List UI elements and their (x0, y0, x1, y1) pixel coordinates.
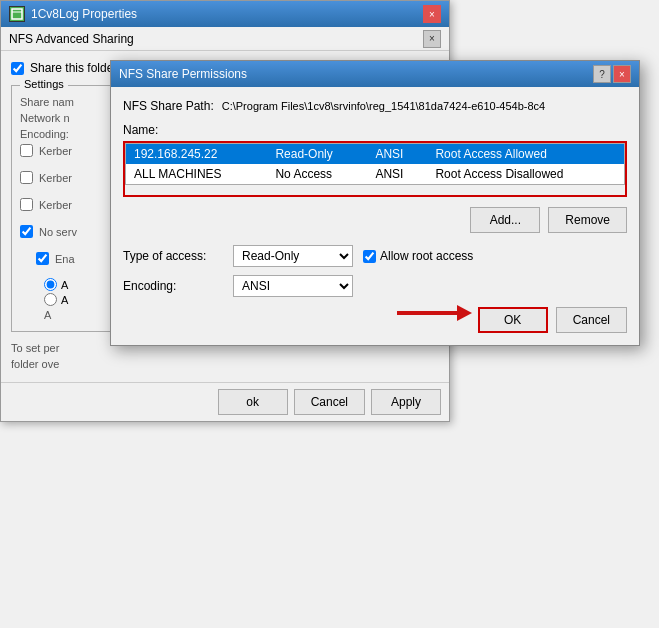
ok-button[interactable]: OK (478, 307, 548, 333)
allow-root-access-row: Allow root access (363, 249, 473, 263)
cell-encoding: ANSI (367, 144, 427, 165)
dialog-title-buttons: ? × (593, 65, 631, 83)
bg-window-title: 1Cv8Log Properties (31, 7, 137, 21)
ok-cancel-row: OK Cancel (123, 307, 627, 333)
encoding-label: Encoding: (123, 279, 223, 293)
permissions-table: 192.168.245.22 Read-Only ANSI Root Acces… (125, 143, 625, 185)
share-path-label: NFS Share Path: (123, 99, 214, 113)
bg-window-titlebar: 1Cv8Log Properties × (1, 1, 449, 27)
dialog-help-button[interactable]: ? (593, 65, 611, 83)
cancel-button[interactable]: Cancel (556, 307, 627, 333)
kerber2-checkbox[interactable] (20, 171, 33, 184)
ok-arrow-indicator (387, 293, 477, 335)
settings-legend: Settings (20, 78, 68, 90)
radio1[interactable] (44, 278, 57, 291)
dialog-close-button[interactable]: × (613, 65, 631, 83)
type-of-access-label: Type of access: (123, 249, 223, 263)
kerber3-checkbox[interactable] (20, 198, 33, 211)
share-path-value: C:\Program Files\1cv8\srvinfo\reg_1541\8… (222, 100, 545, 112)
permissions-table-container: 192.168.245.22 Read-Only ANSI Root Acces… (123, 141, 627, 197)
noserv-checkbox[interactable] (20, 225, 33, 238)
type-of-access-row: Type of access: Read-Only Read-Write No … (123, 245, 627, 267)
bg-window-icon (9, 6, 25, 22)
nfs-advanced-bar: NFS Advanced Sharing × (1, 27, 449, 51)
encoding-row: Encoding: ANSI UTF-8 (123, 275, 627, 297)
nfs-advanced-close-button[interactable]: × (423, 30, 441, 48)
cell-root-access: Root Access Disallowed (427, 164, 624, 185)
table-row[interactable]: 192.168.245.22 Read-Only ANSI Root Acces… (126, 144, 625, 165)
allow-root-access-checkbox[interactable] (363, 250, 376, 263)
nfs-advanced-title: NFS Advanced Sharing (9, 32, 134, 46)
dialog-body: NFS Share Path: C:\Program Files\1cv8\sr… (111, 87, 639, 345)
share-folder-label: Share this folder (30, 61, 117, 75)
bg-bottom-buttons: ok Cancel Apply (1, 382, 449, 421)
add-button[interactable]: Add... (470, 207, 540, 233)
cell-name: 192.168.245.22 (126, 144, 268, 165)
kerber1-checkbox[interactable] (20, 144, 33, 157)
bg-apply-button[interactable]: Apply (371, 389, 441, 415)
svg-rect-0 (12, 9, 22, 19)
folder-over-row: folder ove (11, 356, 439, 372)
dialog-titlebar: NFS Share Permissions ? × (111, 61, 639, 87)
name-label: Name: (123, 123, 627, 137)
add-remove-row: Add... Remove (123, 207, 627, 233)
type-of-access-select[interactable]: Read-Only Read-Write No Access (233, 245, 353, 267)
share-path-row: NFS Share Path: C:\Program Files\1cv8\sr… (123, 99, 627, 113)
cell-encoding: ANSI (367, 164, 427, 185)
bg-window-close-button[interactable]: × (423, 5, 441, 23)
cell-access: No Access (267, 164, 367, 185)
ena-checkbox[interactable] (36, 252, 49, 265)
allow-root-access-label: Allow root access (380, 249, 473, 263)
bg-ok-button[interactable]: ok (218, 389, 288, 415)
share-folder-checkbox[interactable] (11, 62, 24, 75)
bg-cancel-button[interactable]: Cancel (294, 389, 365, 415)
dialog-title: NFS Share Permissions (119, 67, 247, 81)
cell-access: Read-Only (267, 144, 367, 165)
nfs-permissions-dialog: NFS Share Permissions ? × NFS Share Path… (110, 60, 640, 346)
radio2[interactable] (44, 293, 57, 306)
cell-name: ALL MACHINES (126, 164, 268, 185)
table-row[interactable]: ALL MACHINES No Access ANSI Root Access … (126, 164, 625, 185)
encoding-select[interactable]: ANSI UTF-8 (233, 275, 353, 297)
remove-button[interactable]: Remove (548, 207, 627, 233)
svg-marker-3 (457, 305, 472, 321)
cell-root-access: Root Access Allowed (427, 144, 624, 165)
